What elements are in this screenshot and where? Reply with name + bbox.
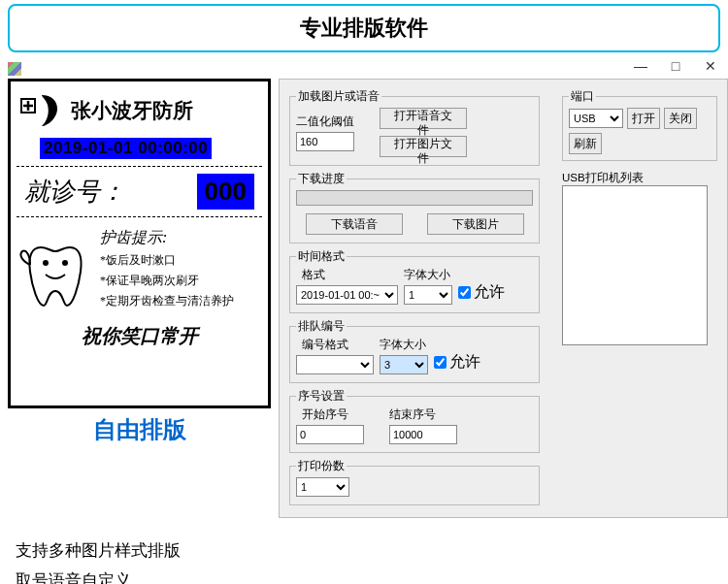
queue-number-group: 排队编号 编号格式 字体大小 3 允许 bbox=[289, 319, 540, 383]
progress-group: 下载进度 下载语音 下载图片 bbox=[289, 172, 540, 243]
title-banner: 专业排版软件 bbox=[8, 4, 720, 52]
ticket-number: 000 bbox=[205, 177, 247, 206]
printer-list-label: USB打印机列表 bbox=[562, 171, 717, 185]
copies-group: 打印份数 1 bbox=[289, 459, 540, 505]
window-controls: — □ ✕ bbox=[632, 58, 719, 74]
download-audio-button[interactable]: 下载语音 bbox=[306, 213, 403, 235]
banner-title: 专业排版软件 bbox=[17, 14, 711, 43]
num-format-label: 编号格式 bbox=[302, 338, 374, 352]
threshold-input[interactable] bbox=[296, 132, 354, 151]
sequence-legend: 序号设置 bbox=[296, 389, 347, 404]
queue-allow-checkbox[interactable]: 允许 bbox=[434, 352, 480, 373]
tips-column: 护齿提示: *饭后及时漱口 *保证早晚两次刷牙 *定期牙齿检查与清洁养护 bbox=[100, 228, 234, 317]
threshold-label: 二值化阈值 bbox=[296, 114, 354, 129]
app-icon bbox=[8, 62, 21, 76]
settings-panel: — □ ✕ 加载图片或语音 二值化阈值 打开语音文件 打开图片文件 bbox=[279, 79, 728, 518]
refresh-button[interactable]: 刷新 bbox=[569, 133, 602, 154]
end-seq-label: 结束序号 bbox=[389, 407, 457, 422]
port-select[interactable]: USB bbox=[569, 109, 623, 128]
queue-font-select[interactable]: 3 bbox=[380, 355, 428, 374]
tips-title: 护齿提示: bbox=[100, 228, 234, 248]
copies-legend: 打印份数 bbox=[296, 459, 347, 473]
feature-line: 取号语音自定义 bbox=[16, 569, 712, 584]
load-group-legend: 加载图片或语音 bbox=[296, 89, 381, 104]
divider bbox=[17, 216, 262, 217]
num-format-select[interactable] bbox=[296, 355, 374, 374]
format-label: 格式 bbox=[302, 268, 398, 282]
feature-line: 支持多种图片样式排版 bbox=[16, 539, 712, 562]
port-group: 端口 USB 打开 关闭 刷新 bbox=[562, 89, 717, 161]
end-seq-input[interactable] bbox=[389, 425, 457, 444]
wish-text: 祝你笑口常开 bbox=[11, 317, 268, 353]
time-allow-checkbox[interactable]: 允许 bbox=[458, 282, 505, 303]
font-size-label: 字体大小 bbox=[404, 268, 452, 282]
svg-point-3 bbox=[43, 260, 49, 266]
time-format-group: 时间格式 格式 2019-01-01 00:~ 字体大小 1 允许 bbox=[289, 249, 540, 313]
tip-line: *饭后及时漱口 bbox=[100, 252, 234, 269]
queue-allow-input[interactable] bbox=[434, 356, 447, 369]
close-icon[interactable]: ✕ bbox=[702, 58, 719, 74]
tip-line: *保证早晚两次刷牙 bbox=[100, 273, 234, 289]
tooth-cartoon-icon bbox=[17, 228, 94, 317]
progress-bar bbox=[296, 190, 533, 206]
ticket-preview: 张小波牙防所 2019-01-01 00:00:00 就诊号： 000 bbox=[8, 79, 271, 408]
ticket-label: 就诊号： bbox=[24, 175, 125, 209]
svg-point-4 bbox=[62, 260, 68, 266]
load-group: 加载图片或语音 二值化阈值 打开语音文件 打开图片文件 bbox=[289, 89, 540, 166]
open-audio-button[interactable]: 打开语音文件 bbox=[380, 108, 467, 129]
divider bbox=[17, 166, 262, 167]
port-legend: 端口 bbox=[569, 89, 596, 104]
open-port-button[interactable]: 打开 bbox=[627, 108, 660, 129]
download-image-button[interactable]: 下载图片 bbox=[427, 213, 524, 235]
feature-list: 支持多种图片样式排版 取号语音自定义 bbox=[0, 518, 728, 584]
copies-select[interactable]: 1 bbox=[296, 477, 349, 497]
minimize-icon[interactable]: — bbox=[632, 58, 649, 74]
clinic-name: 张小波牙防所 bbox=[71, 97, 193, 124]
progress-legend: 下载进度 bbox=[296, 172, 347, 186]
time-format-legend: 时间格式 bbox=[296, 249, 347, 264]
tooth-plus-logo-icon bbox=[18, 91, 63, 130]
close-port-button[interactable]: 关闭 bbox=[664, 108, 697, 129]
time-font-select[interactable]: 1 bbox=[404, 285, 452, 305]
free-layout-label: 自由排版 bbox=[8, 408, 271, 451]
timestamp: 2019-01-01 00:00:00 bbox=[40, 138, 212, 159]
open-image-button[interactable]: 打开图片文件 bbox=[380, 136, 467, 157]
start-seq-input[interactable] bbox=[296, 425, 364, 444]
start-seq-label: 开始序号 bbox=[302, 407, 364, 422]
tip-line: *定期牙齿检查与清洁养护 bbox=[100, 293, 234, 309]
ticket-number-box: 000 bbox=[197, 174, 254, 210]
queue-legend: 排队编号 bbox=[296, 319, 347, 334]
preview-column: 张小波牙防所 2019-01-01 00:00:00 就诊号： 000 bbox=[0, 79, 279, 518]
time-allow-input[interactable] bbox=[458, 286, 471, 299]
queue-font-label: 字体大小 bbox=[380, 338, 428, 352]
time-format-select[interactable]: 2019-01-01 00:~ bbox=[296, 285, 398, 305]
maximize-icon[interactable]: □ bbox=[667, 58, 684, 74]
sequence-group: 序号设置 开始序号 结束序号 bbox=[289, 389, 540, 453]
printer-list[interactable] bbox=[562, 185, 708, 345]
